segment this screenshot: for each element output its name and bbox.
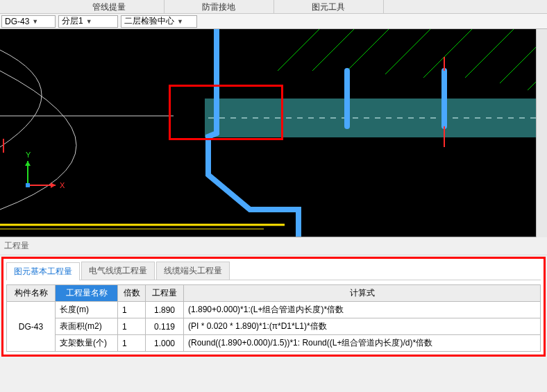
svg-rect-25: [26, 183, 30, 187]
svg-line-3: [385, 29, 430, 74]
cell-qty: 1.890: [146, 302, 184, 318]
svg-line-4: [423, 29, 472, 78]
col-multiplier[interactable]: 倍数: [118, 285, 146, 302]
svg-line-0: [278, 29, 319, 71]
panel-tabs: 图元基本工程量 电气线缆工程量 线缆端头工程量: [6, 262, 541, 280]
cell-mult: 1: [118, 302, 146, 318]
cell-name: 支架数量(个): [56, 335, 118, 352]
view-dropdown[interactable]: 二层检验中心 ▼: [121, 15, 197, 28]
ribbon-tab[interactable]: [0, 0, 55, 13]
ribbon-tab[interactable]: 管线提量: [55, 0, 165, 13]
selection-highlight: [169, 85, 283, 140]
svg-text:Y: Y: [26, 151, 31, 159]
layer-dropdown-value: 分层1: [62, 15, 83, 27]
col-formula[interactable]: 计算式: [184, 285, 541, 302]
view-dropdown-value: 二层检验中心: [124, 15, 174, 27]
panel-title: 工程量: [0, 237, 547, 255]
cell-mult: 1: [118, 335, 146, 352]
cell-formula: (PI * 0.020 * 1.890)*1:(π*D1*L1)*倍数: [184, 318, 541, 335]
cell-component: DG-43: [7, 302, 56, 352]
table-row[interactable]: 表面积(m2) 1 0.119 (PI * 0.020 * 1.890)*1:(…: [7, 318, 541, 335]
quantity-table: 构件名称 工程量名称 倍数 工程量 计算式 DG-43 长度(m) 1 1.89…: [6, 284, 541, 352]
tab-terminal-quantity[interactable]: 线缆端头工程量: [156, 262, 230, 280]
cell-formula: (1.890+0.000)*1:(L+组合管道内长度)*倍数: [184, 302, 541, 318]
svg-line-1: [312, 29, 354, 71]
cell-qty: 0.119: [146, 318, 184, 335]
tab-cable-quantity[interactable]: 电气线缆工程量: [81, 262, 155, 280]
tab-basic-quantity[interactable]: 图元基本工程量: [6, 262, 80, 280]
layer-dropdown[interactable]: 分层1 ▼: [58, 15, 118, 28]
chevron-down-icon: ▼: [177, 18, 183, 25]
ribbon-tab[interactable]: [384, 0, 548, 13]
cell-name: 长度(m): [56, 302, 118, 318]
component-dropdown-value: DG-43: [5, 17, 29, 26]
chevron-down-icon: ▼: [32, 18, 38, 25]
ribbon-tab[interactable]: 图元工具: [274, 0, 384, 13]
component-dropdown[interactable]: DG-43 ▼: [1, 15, 56, 28]
svg-line-2: [347, 29, 389, 71]
table-header-row: 构件名称 工程量名称 倍数 工程量 计算式: [7, 285, 541, 302]
table-row[interactable]: DG-43 长度(m) 1 1.890 (1.890+0.000)*1:(L+组…: [7, 302, 541, 318]
chevron-down-icon: ▼: [86, 18, 92, 25]
cell-formula: (Round((1.890+0.000)/1.5))*1: Round((L+组…: [184, 335, 541, 352]
ribbon-tab[interactable]: 防雷接地: [165, 0, 274, 13]
svg-text:X: X: [60, 181, 65, 189]
col-qty-name[interactable]: 工程量名称: [56, 285, 118, 302]
col-qty[interactable]: 工程量: [146, 285, 184, 302]
vertical-scrollbar[interactable]: [536, 29, 547, 237]
svg-marker-23: [25, 161, 31, 166]
quantity-panel: 图元基本工程量 电气线缆工程量 线缆端头工程量 构件名称 工程量名称 倍数 工程…: [1, 257, 546, 357]
toolbar: DG-43 ▼ 分层1 ▼ 二层检验中心 ▼: [0, 14, 547, 29]
col-component[interactable]: 构件名称: [7, 285, 56, 302]
svg-marker-20: [51, 182, 56, 188]
cad-viewport[interactable]: X Y: [0, 29, 547, 237]
ribbon-tabs: 管线提量 防雷接地 图元工具: [0, 0, 547, 14]
cell-name: 表面积(m2): [56, 318, 118, 335]
cell-mult: 1: [118, 318, 146, 335]
svg-line-5: [465, 29, 514, 78]
table-row[interactable]: 支架数量(个) 1 1.000 (Round((1.890+0.000)/1.5…: [7, 335, 541, 352]
cell-qty: 1.000: [146, 335, 184, 352]
